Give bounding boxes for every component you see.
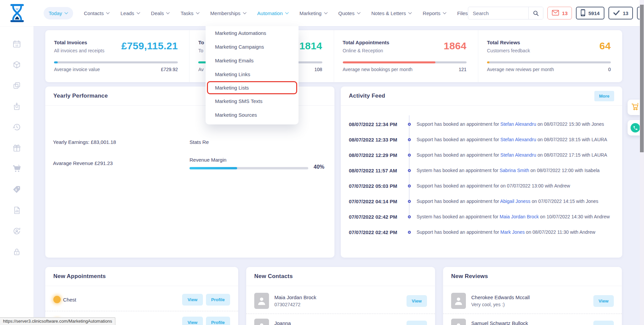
revenue-margin-percent: 40% — [314, 164, 324, 170]
tasks-badge[interactable]: 13 — [608, 7, 633, 19]
search-icon[interactable] — [528, 7, 543, 19]
tag-icon[interactable]: $ — [12, 185, 21, 194]
feed-timestamp: 07/07/2022 02:42 PM — [349, 214, 402, 220]
lock-icon[interactable] — [12, 248, 21, 256]
dropdown-item-marketing-links[interactable]: Marketing Links — [206, 67, 299, 81]
nav-item-files[interactable]: Files — [457, 10, 468, 16]
stat-footer: Average new bookings per month121 — [343, 67, 467, 72]
dropdown-item-marketing-automations[interactable]: Marketing Automations — [206, 26, 299, 40]
package-icon[interactable] — [12, 60, 21, 69]
dropdown-item-marketing-sources[interactable]: Marketing Sources — [206, 108, 299, 122]
feed-text: Support has booked an appointment for on… — [417, 183, 616, 188]
chevron-down-icon — [443, 12, 446, 14]
nav-label: Memberships — [210, 10, 240, 16]
feed-contact-link[interactable]: Stefan Alexandru — [500, 121, 536, 127]
revenue-margin-label: Revenue Margin — [190, 157, 226, 163]
bag-icon[interactable] — [12, 102, 21, 111]
scrollbar-thumb[interactable] — [640, 5, 644, 152]
history-icon[interactable] — [12, 123, 21, 131]
dropdown-item-marketing-sms-texts[interactable]: Marketing SMS Texts — [206, 94, 299, 108]
nav-item-automation[interactable]: Automation — [257, 10, 289, 16]
stat-value: 1864 — [444, 40, 467, 52]
nav-label: Marketing — [300, 10, 322, 16]
feed-contact-link[interactable]: Sabrina Smith — [499, 168, 529, 173]
nav-item-deals[interactable]: Deals — [151, 10, 170, 16]
nav-item-tasks[interactable]: Tasks — [180, 10, 199, 16]
chevron-down-icon — [64, 12, 68, 14]
stat-title: Total Invoices — [54, 40, 104, 45]
stats-row: Total InvoicesAll invoices and receipts£… — [45, 30, 622, 82]
cart-icon[interactable] — [12, 164, 21, 173]
stat-progress-bar — [487, 61, 611, 63]
new-reviews-card: New Reviews Cherokee Edwards MccallVery … — [443, 267, 622, 325]
dropdown-item-marketing-lists[interactable]: Marketing Lists — [207, 81, 297, 94]
nav-item-marketing[interactable]: Marketing — [300, 10, 328, 16]
more-button[interactable]: More — [594, 91, 614, 101]
nav-item-quotes[interactable]: Quotes — [338, 10, 361, 16]
activity-feed-title: Activity Feed — [349, 93, 385, 99]
view-button[interactable]: View — [407, 321, 427, 325]
new-contacts-card: New Contacts Maia Jordan Brock0730274272… — [246, 267, 435, 325]
view-button[interactable]: View — [182, 294, 203, 306]
scrollbar-track[interactable] — [640, 0, 644, 325]
feed-contact-link[interactable]: Mark Jones — [500, 229, 525, 235]
nav-item-contacts[interactable]: Contacts — [84, 10, 110, 16]
mail-badge[interactable]: 13 — [547, 7, 572, 19]
chevron-down-icon — [324, 12, 328, 14]
view-button[interactable]: View — [593, 321, 614, 325]
profile-button[interactable]: Profile — [206, 317, 230, 325]
stat-subtitle: Online & Reception — [343, 48, 389, 53]
list-item: Joanna079585877777View — [246, 314, 435, 325]
gift-icon[interactable] — [12, 144, 21, 152]
search-input[interactable] — [468, 10, 528, 16]
nav-item-today[interactable]: Today — [44, 7, 73, 19]
profile-button[interactable]: Profile — [206, 294, 230, 306]
list-item: Samuel Schwartz BullockNice!View — [443, 314, 622, 325]
nav-item-leads[interactable]: Leads — [120, 10, 140, 16]
stat-progress-bar — [343, 61, 467, 63]
main-content: Total InvoicesAll invoices and receipts£… — [45, 30, 622, 325]
nav-label: Automation — [257, 10, 283, 16]
mobile-phone-icon — [581, 9, 585, 17]
feed-contact-link[interactable]: Abigail Joness — [500, 199, 530, 204]
feed-timestamp: 07/07/2022 04:14 PM — [349, 199, 402, 204]
view-button[interactable]: View — [407, 295, 427, 307]
appointment-label: Chest — [63, 297, 76, 303]
check-icon — [613, 10, 620, 16]
list-item: Cherokee Edwards MccallVery cool, yes :)… — [443, 288, 622, 314]
person-name: Samuel Schwartz Bullock — [471, 320, 528, 325]
search-box — [468, 7, 543, 19]
appointment-row: ChestViewProfile — [45, 288, 238, 311]
yearly-earnings: Yearly Earnings: £83,001.18 — [53, 139, 116, 145]
status-bar-url: https://server3.clinicsoftware.com/Marke… — [0, 317, 115, 325]
app-logo-hourglass-icon[interactable] — [9, 4, 25, 22]
feed-contact-link[interactable]: Maia Jordan Brock — [499, 214, 539, 219]
stat-footer-value: £729.92 — [161, 67, 178, 72]
copy-icon[interactable] — [12, 81, 21, 90]
stat-value: 64 — [599, 40, 611, 52]
stat-progress-fill — [54, 61, 58, 63]
feed-entry: 07/07/2022 05:03 PMSupport has booked an… — [341, 178, 622, 194]
mid-row: Yearly Performance Yearly Earnings: £83,… — [45, 87, 622, 258]
nav-item-reports[interactable]: Reports — [423, 10, 446, 16]
dropdown-item-marketing-emails[interactable]: Marketing Emails — [206, 54, 299, 67]
contact-phone: 0730274272 — [274, 302, 316, 307]
feed-contact-link[interactable]: Stefan Alexandru — [500, 137, 536, 142]
account-icon[interactable] — [12, 227, 21, 235]
nav-item-notes-letters[interactable]: Notes & Letters — [371, 10, 412, 16]
report-icon[interactable] — [12, 206, 21, 215]
feed-contact-link[interactable]: Stefan Alexandru — [500, 152, 536, 158]
dropdown-item-marketing-campaigns[interactable]: Marketing Campaigns — [206, 40, 299, 54]
feed-timestamp: 08/07/2022 11:57 AM — [349, 168, 402, 173]
phone-badge[interactable]: 5914 — [576, 7, 604, 19]
view-button[interactable]: View — [593, 295, 614, 307]
automation-dropdown-menu: Marketing AutomationsMarketing Campaigns… — [206, 26, 299, 124]
view-button[interactable]: View — [182, 317, 203, 325]
revenue-margin-bar — [190, 167, 308, 169]
feed-timestamp: 07/07/2022 02:42 PM — [349, 229, 402, 235]
activity-feed-header: Activity Feed More — [341, 87, 622, 106]
calendar-icon[interactable]: 12 — [12, 40, 21, 48]
nav-item-memberships[interactable]: Memberships — [210, 10, 247, 16]
feed-marker-icon — [408, 231, 411, 234]
person-name: Maia Jordan Brock — [274, 294, 316, 300]
